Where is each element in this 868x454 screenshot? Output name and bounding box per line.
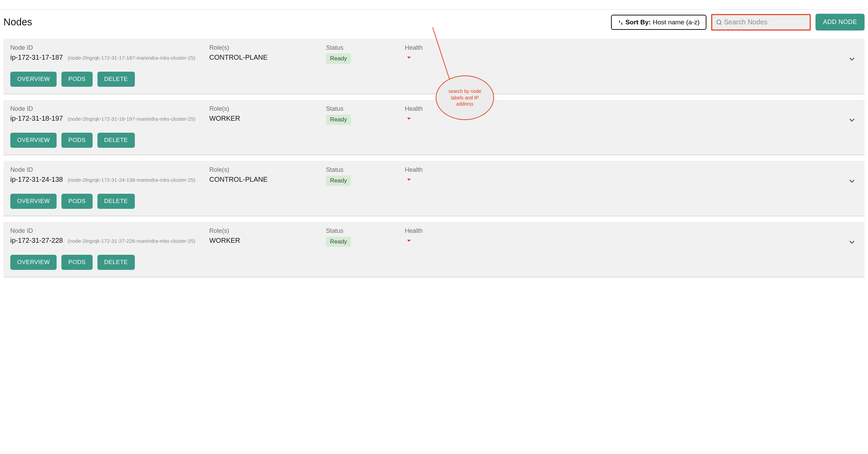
node-card: Node ID ip-172-31-27-228 (node-2lngrqk-1… — [3, 222, 865, 277]
status-badge: Ready — [326, 53, 351, 64]
node-id: ip-172-31-24-138 — [10, 176, 63, 183]
delete-button[interactable]: DELETE — [97, 194, 135, 209]
node-sub: (node-2lngrqk-172-31-18-197-manindra-mks… — [68, 116, 195, 122]
pods-button[interactable]: PODS — [61, 72, 92, 87]
col-health-label: Health — [405, 44, 456, 51]
overview-button[interactable]: OVERVIEW — [10, 255, 57, 270]
node-card: Node ID ip-172-31-17-187 (node-2lngrqk-1… — [3, 39, 865, 94]
col-node-id-label: Node ID — [10, 105, 209, 112]
status-badge: Ready — [326, 237, 351, 247]
node-sub: (node-2lngrqk-172-31-24-138-manindra-mks… — [68, 177, 195, 183]
overview-button[interactable]: OVERVIEW — [10, 72, 57, 87]
status-badge: Ready — [326, 115, 351, 125]
page-title: Nodes — [3, 16, 606, 28]
col-roles-label: Role(s) — [209, 227, 326, 235]
sort-value: Host name (a-z) — [653, 19, 700, 26]
col-status-label: Status — [326, 44, 405, 51]
node-card: Node ID ip-172-31-18-197 (node-2lngrqk-1… — [3, 100, 865, 155]
col-status-label: Status — [326, 166, 405, 174]
node-roles: WORKER — [209, 115, 326, 122]
node-roles: WORKER — [209, 237, 326, 244]
node-id: ip-172-31-17-187 — [10, 53, 63, 61]
sort-label: Sort By: — [625, 19, 651, 26]
node-card: Node ID ip-172-31-24-138 (node-2lngrqk-1… — [3, 161, 865, 216]
node-id: ip-172-31-27-228 — [10, 237, 63, 244]
col-node-id-label: Node ID — [10, 44, 209, 51]
col-health-label: Health — [405, 227, 456, 235]
overview-button[interactable]: OVERVIEW — [10, 133, 57, 148]
col-health-label: Health — [405, 166, 456, 174]
header-row: Nodes Sort By: Host name (a-z) ADD NODE — [3, 14, 865, 31]
col-roles-label: Role(s) — [209, 105, 326, 112]
col-status-label: Status — [326, 227, 405, 235]
search-input[interactable] — [723, 16, 806, 28]
add-node-button[interactable]: ADD NODE — [816, 14, 865, 31]
expand-icon[interactable] — [847, 238, 856, 248]
search-icon — [716, 19, 723, 26]
top-bar — [0, 0, 868, 10]
expand-icon[interactable] — [847, 116, 856, 126]
svg-point-0 — [717, 20, 721, 24]
health-down-icon — [405, 116, 413, 123]
pods-button[interactable]: PODS — [61, 133, 92, 148]
delete-button[interactable]: DELETE — [97, 72, 135, 87]
pods-button[interactable]: PODS — [61, 255, 92, 270]
health-down-icon — [405, 55, 413, 62]
health-down-icon — [405, 177, 413, 184]
col-node-id-label: Node ID — [10, 166, 209, 174]
health-down-icon — [405, 238, 413, 245]
overview-button[interactable]: OVERVIEW — [10, 194, 57, 209]
node-roles: CONTROL-PLANE — [209, 176, 326, 183]
expand-icon[interactable] — [847, 55, 856, 65]
annotation-text: search by node labels and IP address — [443, 88, 486, 108]
col-roles-label: Role(s) — [209, 166, 326, 174]
delete-button[interactable]: DELETE — [97, 133, 135, 148]
node-roles: CONTROL-PLANE — [209, 53, 326, 61]
col-roles-label: Role(s) — [209, 44, 326, 51]
col-node-id-label: Node ID — [10, 227, 209, 235]
delete-button[interactable]: DELETE — [97, 255, 135, 270]
annotation-bubble: search by node labels and IP address — [436, 75, 494, 120]
svg-line-1 — [720, 23, 722, 25]
node-sub: (node-2lngrqk-172-31-17-187-manindra-mks… — [68, 55, 195, 61]
search-wrapper[interactable] — [711, 14, 811, 31]
pods-button[interactable]: PODS — [61, 194, 92, 209]
node-id: ip-172-31-18-197 — [10, 115, 63, 122]
sort-button[interactable]: Sort By: Host name (a-z) — [611, 15, 706, 30]
node-sub: (node-2lngrqk-172-31-27-228-manindra-mks… — [68, 238, 195, 244]
expand-icon[interactable] — [847, 177, 856, 187]
col-status-label: Status — [326, 105, 405, 112]
status-badge: Ready — [326, 176, 351, 186]
sort-icon — [618, 20, 623, 25]
